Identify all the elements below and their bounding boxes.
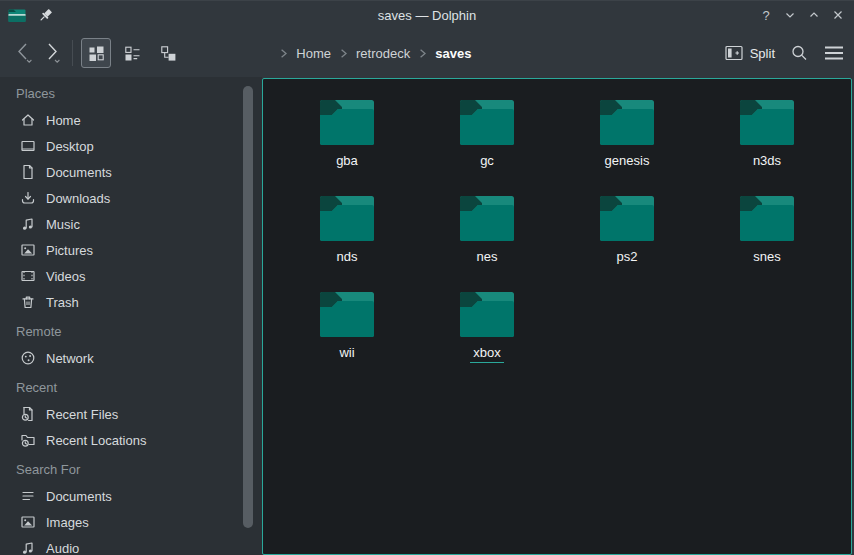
sidebar-item-images[interactable]: Images — [0, 509, 262, 535]
sidebar-item-label: Desktop — [46, 139, 94, 154]
image-icon — [20, 242, 36, 258]
trash-icon — [20, 294, 36, 310]
sidebar-item-music[interactable]: Music — [0, 211, 262, 237]
forward-button[interactable] — [38, 37, 66, 69]
help-button[interactable]: ? — [758, 7, 774, 23]
sidebar-item-label: Documents — [46, 165, 112, 180]
folder-label: nes — [474, 249, 501, 267]
folder-icon — [599, 97, 655, 147]
sidebar-item-videos[interactable]: Videos — [0, 263, 262, 289]
close-button[interactable] — [830, 7, 846, 23]
folder-item-gba[interactable]: gba — [277, 89, 417, 185]
video-icon — [20, 268, 36, 284]
sidebar-item-label: Recent Locations — [46, 433, 146, 448]
folder-item-n3ds[interactable]: n3ds — [697, 89, 837, 185]
back-button[interactable] — [10, 37, 38, 69]
downloads-icon — [20, 190, 36, 206]
folder-view[interactable]: gba gc genesis n3ds nds nes ps2 snes wii… — [262, 78, 852, 555]
sidebar-item-trash[interactable]: Trash — [0, 289, 262, 315]
breadcrumb-separator-icon — [416, 47, 429, 60]
folder-icon — [599, 193, 655, 243]
places-panel: PlacesHomeDesktopDocumentsDownloadsMusic… — [0, 77, 262, 555]
sidebar-item-label: Videos — [46, 269, 86, 284]
folder-label: snes — [750, 249, 783, 267]
app-folder-icon — [8, 8, 26, 23]
toolbar: Homeretrodecksaves Split — [0, 29, 854, 77]
folder-icon — [459, 193, 515, 243]
sidebar-item-pictures[interactable]: Pictures — [0, 237, 262, 263]
window-title: saves — Dolphin — [0, 8, 854, 23]
sidebar-item-label: Music — [46, 217, 80, 232]
sidebar-item-label: Downloads — [46, 191, 110, 206]
text-lines-icon — [20, 488, 36, 504]
search-button[interactable] — [790, 44, 809, 63]
network-icon — [20, 350, 36, 366]
folder-label: genesis — [602, 153, 653, 171]
sidebar-item-label: Network — [46, 351, 94, 366]
sidebar-item-recent-files[interactable]: Recent Files — [0, 401, 262, 427]
sidebar-scrollbar[interactable] — [243, 86, 253, 528]
image-icon — [20, 514, 36, 530]
folder-item-genesis[interactable]: genesis — [557, 89, 697, 185]
split-icon — [725, 45, 743, 61]
folder-item-xbox[interactable]: xbox — [417, 281, 557, 377]
pin-icon[interactable] — [38, 8, 53, 23]
section-title-recent: Recent — [0, 375, 262, 401]
home-icon — [20, 112, 36, 128]
sidebar-item-recent-locations[interactable]: Recent Locations — [0, 427, 262, 453]
sidebar-item-documents[interactable]: Documents — [0, 159, 262, 185]
breadcrumb-item-home[interactable]: Home — [291, 46, 336, 61]
sidebar-item-downloads[interactable]: Downloads — [0, 185, 262, 211]
folder-label: n3ds — [750, 153, 784, 171]
desktop-icon — [20, 138, 36, 154]
split-button-label: Split — [750, 46, 775, 61]
hamburger-menu-button[interactable] — [824, 45, 844, 61]
content-area: PlacesHomeDesktopDocumentsDownloadsMusic… — [0, 77, 854, 555]
folder-item-nes[interactable]: nes — [417, 185, 557, 281]
sidebar-item-documents[interactable]: Documents — [0, 483, 262, 509]
folder-icon — [459, 289, 515, 339]
folder-label: gc — [477, 153, 497, 171]
folder-icon — [319, 289, 375, 339]
breadcrumb-item-saves[interactable]: saves — [430, 46, 476, 61]
folder-icon — [739, 97, 795, 147]
folder-label: wii — [336, 345, 357, 363]
folder-icon — [319, 97, 375, 147]
icons-view-button[interactable] — [81, 38, 111, 68]
section-title-places: Places — [0, 81, 262, 107]
folder-label: nds — [334, 249, 361, 267]
folder-item-ps2[interactable]: ps2 — [557, 185, 697, 281]
minimize-button[interactable] — [782, 7, 798, 23]
sidebar-item-home[interactable]: Home — [0, 107, 262, 133]
folder-item-gc[interactable]: gc — [417, 89, 557, 185]
folder-item-snes[interactable]: snes — [697, 185, 837, 281]
breadcrumb: Homeretrodecksaves — [109, 46, 645, 61]
sidebar-item-label: Recent Files — [46, 407, 118, 422]
sidebar-item-desktop[interactable]: Desktop — [0, 133, 262, 159]
recent-folder-icon — [20, 432, 36, 448]
folder-label: ps2 — [614, 249, 641, 267]
folder-label: gba — [333, 153, 361, 171]
folder-icon — [319, 193, 375, 243]
sidebar-item-label: Images — [46, 515, 89, 530]
breadcrumb-item-retrodeck[interactable]: retrodeck — [351, 46, 415, 61]
folder-item-wii[interactable]: wii — [277, 281, 417, 377]
music-icon — [20, 216, 36, 232]
sidebar-item-label: Pictures — [46, 243, 93, 258]
maximize-button[interactable] — [806, 7, 822, 23]
folder-grid: gba gc genesis n3ds nds nes ps2 snes wii… — [263, 79, 851, 377]
sidebar-item-label: Audio — [46, 541, 79, 555]
recent-file-icon — [20, 406, 36, 422]
folder-item-nds[interactable]: nds — [277, 185, 417, 281]
folder-label: xbox — [470, 345, 503, 363]
section-title-search-for: Search For — [0, 457, 262, 483]
sidebar-item-label: Documents — [46, 489, 112, 504]
sidebar-item-audio[interactable]: Audio — [0, 535, 262, 555]
music-icon — [20, 540, 36, 555]
breadcrumb-separator-icon — [337, 47, 350, 60]
section-title-remote: Remote — [0, 319, 262, 345]
sidebar-sections: PlacesHomeDesktopDocumentsDownloadsMusic… — [0, 81, 262, 555]
sidebar-item-network[interactable]: Network — [0, 345, 262, 371]
split-button[interactable]: Split — [725, 45, 775, 61]
sidebar-item-label: Home — [46, 113, 81, 128]
